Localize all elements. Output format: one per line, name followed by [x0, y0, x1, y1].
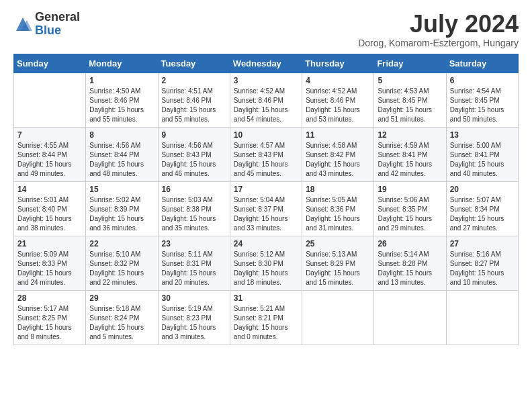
calendar-week-row: 1Sunrise: 4:50 AM Sunset: 8:46 PM Daylig… [14, 73, 519, 127]
day-info: Sunrise: 4:56 AM Sunset: 8:44 PM Dayligh… [89, 141, 154, 179]
day-info: Sunrise: 5:14 AM Sunset: 8:28 PM Dayligh… [378, 250, 442, 287]
calendar-cell: 10Sunrise: 4:57 AM Sunset: 8:43 PM Dayli… [230, 127, 302, 181]
day-number: 16 [162, 185, 226, 194]
day-number: 2 [162, 76, 226, 85]
day-number: 26 [378, 239, 442, 248]
day-info: Sunrise: 4:54 AM Sunset: 8:45 PM Dayligh… [450, 87, 515, 124]
day-info: Sunrise: 4:55 AM Sunset: 8:44 PM Dayligh… [17, 141, 82, 179]
day-number: 12 [378, 130, 442, 140]
calendar-week-row: 7Sunrise: 4:55 AM Sunset: 8:44 PM Daylig… [14, 127, 519, 181]
day-info: Sunrise: 5:00 AM Sunset: 8:41 PM Dayligh… [450, 141, 515, 179]
day-info: Sunrise: 5:10 AM Sunset: 8:32 PM Dayligh… [89, 250, 154, 287]
calendar-week-row: 28Sunrise: 5:17 AM Sunset: 8:25 PM Dayli… [14, 290, 519, 345]
calendar-cell: 5Sunrise: 4:53 AM Sunset: 8:45 PM Daylig… [374, 73, 446, 127]
calendar-cell: 18Sunrise: 5:05 AM Sunset: 8:36 PM Dayli… [302, 181, 374, 236]
calendar-table: SundayMondayTuesdayWednesdayThursdayFrid… [13, 54, 519, 345]
day-number: 13 [450, 130, 515, 140]
calendar-cell: 12Sunrise: 4:59 AM Sunset: 8:41 PM Dayli… [374, 127, 446, 181]
day-number: 3 [234, 76, 298, 85]
calendar-cell: 2Sunrise: 4:51 AM Sunset: 8:46 PM Daylig… [158, 73, 230, 127]
day-number: 23 [162, 239, 226, 248]
day-number: 18 [306, 185, 370, 194]
day-number: 9 [162, 130, 226, 140]
day-number: 1 [89, 76, 154, 85]
day-number: 14 [17, 185, 82, 194]
day-number: 6 [450, 76, 515, 85]
day-info: Sunrise: 4:59 AM Sunset: 8:41 PM Dayligh… [378, 141, 442, 179]
day-number: 8 [89, 130, 154, 140]
day-info: Sunrise: 4:52 AM Sunset: 8:46 PM Dayligh… [306, 87, 370, 124]
location-subtitle: Dorog, Komarom-Esztergom, Hungary [358, 38, 519, 48]
calendar-cell [446, 290, 518, 345]
day-info: Sunrise: 5:03 AM Sunset: 8:38 PM Dayligh… [162, 195, 226, 233]
day-number: 17 [234, 185, 298, 194]
calendar-cell: 28Sunrise: 5:17 AM Sunset: 8:25 PM Dayli… [14, 290, 86, 345]
page-header: General Blue July 2024 Dorog, Komarom-Es… [13, 11, 519, 48]
day-info: Sunrise: 4:50 AM Sunset: 8:46 PM Dayligh… [89, 87, 154, 124]
logo-text: General Blue [35, 11, 80, 38]
day-info: Sunrise: 5:01 AM Sunset: 8:40 PM Dayligh… [17, 195, 82, 233]
day-info: Sunrise: 5:02 AM Sunset: 8:39 PM Dayligh… [89, 195, 154, 233]
day-number: 21 [17, 239, 82, 248]
logo-general: General [35, 11, 80, 24]
calendar-cell: 27Sunrise: 5:16 AM Sunset: 8:27 PM Dayli… [446, 236, 518, 290]
calendar-cell: 21Sunrise: 5:09 AM Sunset: 8:33 PM Dayli… [14, 236, 86, 290]
day-info: Sunrise: 4:57 AM Sunset: 8:43 PM Dayligh… [234, 141, 298, 179]
logo-blue: Blue [35, 24, 80, 38]
calendar-cell: 7Sunrise: 4:55 AM Sunset: 8:44 PM Daylig… [14, 127, 86, 181]
day-number: 5 [378, 76, 442, 85]
weekday-header-saturday: Saturday [446, 54, 518, 73]
calendar-cell: 9Sunrise: 4:56 AM Sunset: 8:43 PM Daylig… [158, 127, 230, 181]
weekday-header-friday: Friday [374, 54, 446, 73]
weekday-header-monday: Monday [86, 54, 158, 73]
calendar-cell: 1Sunrise: 4:50 AM Sunset: 8:46 PM Daylig… [86, 73, 158, 127]
day-info: Sunrise: 4:52 AM Sunset: 8:46 PM Dayligh… [234, 87, 298, 124]
day-info: Sunrise: 5:12 AM Sunset: 8:30 PM Dayligh… [234, 250, 298, 287]
calendar-week-row: 21Sunrise: 5:09 AM Sunset: 8:33 PM Dayli… [14, 236, 519, 290]
day-info: Sunrise: 5:07 AM Sunset: 8:34 PM Dayligh… [450, 195, 515, 233]
day-number: 27 [450, 239, 515, 248]
calendar-cell [302, 290, 374, 345]
day-number: 19 [378, 185, 442, 194]
calendar-cell: 16Sunrise: 5:03 AM Sunset: 8:38 PM Dayli… [158, 181, 230, 236]
month-year-title: July 2024 [358, 11, 519, 38]
calendar-cell: 17Sunrise: 5:04 AM Sunset: 8:37 PM Dayli… [230, 181, 302, 236]
calendar-cell: 24Sunrise: 5:12 AM Sunset: 8:30 PM Dayli… [230, 236, 302, 290]
day-number: 22 [89, 239, 154, 248]
calendar-cell: 13Sunrise: 5:00 AM Sunset: 8:41 PM Dayli… [446, 127, 518, 181]
day-info: Sunrise: 5:09 AM Sunset: 8:33 PM Dayligh… [17, 250, 82, 287]
calendar-cell: 19Sunrise: 5:06 AM Sunset: 8:35 PM Dayli… [374, 181, 446, 236]
calendar-cell: 30Sunrise: 5:19 AM Sunset: 8:23 PM Dayli… [158, 290, 230, 345]
weekday-header-sunday: Sunday [14, 54, 86, 73]
day-info: Sunrise: 5:18 AM Sunset: 8:24 PM Dayligh… [89, 304, 154, 342]
calendar-cell: 4Sunrise: 4:52 AM Sunset: 8:46 PM Daylig… [302, 73, 374, 127]
logo: General Blue [13, 11, 80, 38]
day-number: 7 [17, 130, 82, 140]
day-number: 30 [162, 293, 226, 303]
day-info: Sunrise: 5:19 AM Sunset: 8:23 PM Dayligh… [162, 304, 226, 342]
day-info: Sunrise: 5:13 AM Sunset: 8:29 PM Dayligh… [306, 250, 370, 287]
day-info: Sunrise: 4:53 AM Sunset: 8:45 PM Dayligh… [378, 87, 442, 124]
calendar-cell: 11Sunrise: 4:58 AM Sunset: 8:42 PM Dayli… [302, 127, 374, 181]
weekday-header-row: SundayMondayTuesdayWednesdayThursdayFrid… [14, 54, 519, 73]
calendar-cell: 26Sunrise: 5:14 AM Sunset: 8:28 PM Dayli… [374, 236, 446, 290]
calendar-cell: 29Sunrise: 5:18 AM Sunset: 8:24 PM Dayli… [86, 290, 158, 345]
day-number: 15 [89, 185, 154, 194]
title-block: July 2024 Dorog, Komarom-Esztergom, Hung… [358, 11, 519, 48]
weekday-header-thursday: Thursday [302, 54, 374, 73]
calendar-cell: 6Sunrise: 4:54 AM Sunset: 8:45 PM Daylig… [446, 73, 518, 127]
calendar-cell: 23Sunrise: 5:11 AM Sunset: 8:31 PM Dayli… [158, 236, 230, 290]
day-info: Sunrise: 4:58 AM Sunset: 8:42 PM Dayligh… [306, 141, 370, 179]
day-number: 31 [234, 293, 298, 303]
day-number: 11 [306, 130, 370, 140]
weekday-header-tuesday: Tuesday [158, 54, 230, 73]
logo-icon [13, 15, 32, 34]
calendar-cell: 3Sunrise: 4:52 AM Sunset: 8:46 PM Daylig… [230, 73, 302, 127]
day-info: Sunrise: 5:11 AM Sunset: 8:31 PM Dayligh… [162, 250, 226, 287]
calendar-cell: 8Sunrise: 4:56 AM Sunset: 8:44 PM Daylig… [86, 127, 158, 181]
calendar-cell [374, 290, 446, 345]
day-number: 25 [306, 239, 370, 248]
day-info: Sunrise: 5:21 AM Sunset: 8:21 PM Dayligh… [234, 304, 298, 342]
day-number: 28 [17, 293, 82, 303]
day-info: Sunrise: 5:16 AM Sunset: 8:27 PM Dayligh… [450, 250, 515, 287]
